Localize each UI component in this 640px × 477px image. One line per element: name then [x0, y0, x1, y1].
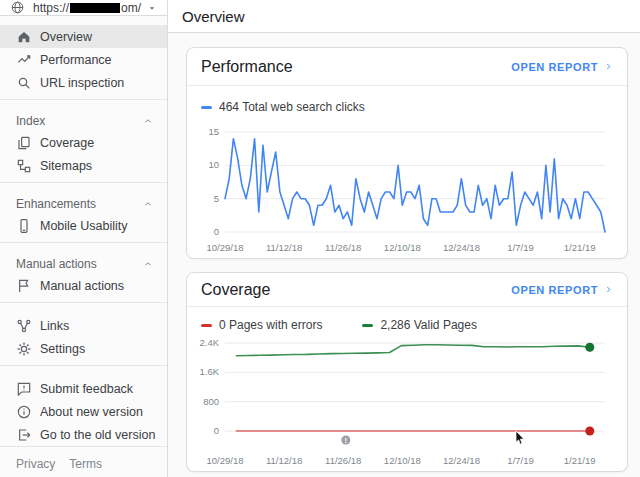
caret-down-icon: [147, 3, 157, 13]
performance-card-header: Performance OPEN REPORT: [187, 48, 627, 86]
info-icon: [16, 404, 32, 420]
legend-dash-blue: [201, 106, 212, 109]
main-header: Overview: [168, 0, 640, 33]
gear-icon: [16, 341, 32, 357]
svg-text:11/12/18: 11/12/18: [266, 455, 302, 466]
svg-text:1/7/19: 1/7/19: [507, 242, 533, 253]
chevron-up-icon: [143, 259, 153, 269]
privacy-link[interactable]: Privacy: [16, 457, 55, 471]
svg-text:5: 5: [214, 193, 219, 204]
card-title: Coverage: [201, 281, 270, 299]
legend-dash-red: [201, 324, 212, 327]
svg-text:12/24/18: 12/24/18: [443, 242, 480, 253]
performance-card: Performance OPEN REPORT 464 Total web se…: [186, 47, 628, 259]
sidebar: https://om/ Overview Performance URL ins…: [0, 0, 168, 477]
sitemap-icon: [16, 158, 32, 174]
svg-text:12/10/18: 12/10/18: [384, 242, 421, 253]
divider: [0, 302, 167, 303]
exit-icon: [16, 427, 32, 443]
card-title: Performance: [201, 58, 293, 76]
svg-text:800: 800: [203, 396, 219, 407]
mobile-icon: [16, 218, 32, 234]
svg-text:1/7/19: 1/7/19: [507, 455, 533, 466]
svg-text:0: 0: [214, 226, 219, 237]
sidebar-item-about-new-version[interactable]: About new version: [0, 400, 167, 423]
coverage-card: Coverage OPEN REPORT 0 Pages with errors…: [186, 272, 628, 472]
performance-chart[interactable]: 05101510/29/1811/12/1811/26/1812/10/1812…: [199, 118, 613, 256]
svg-text:2.4K: 2.4K: [199, 337, 219, 348]
sidebar-item-mobile-usability[interactable]: Mobile Usability: [0, 214, 167, 237]
main-area: Overview Performance OPEN REPORT 464 Tot…: [168, 0, 640, 477]
sidebar-item-go-to-old-version[interactable]: Go to the old version: [0, 423, 167, 446]
section-header-manual-actions[interactable]: Manual actions: [0, 254, 167, 274]
chevron-up-icon: [143, 116, 153, 126]
svg-text:1/21/19: 1/21/19: [564, 455, 596, 466]
divider: [0, 99, 167, 100]
section-header-enhancements[interactable]: Enhancements: [0, 194, 167, 214]
property-selector[interactable]: https://om/: [0, 0, 167, 16]
svg-text:12/24/18: 12/24/18: [443, 455, 480, 466]
terms-link[interactable]: Terms: [69, 457, 102, 471]
svg-text:10/29/18: 10/29/18: [207, 242, 244, 253]
sidebar-item-url-inspection[interactable]: URL inspection: [0, 71, 167, 94]
svg-text:1/21/19: 1/21/19: [564, 242, 596, 253]
home-icon: [16, 29, 32, 45]
section-header-index[interactable]: Index: [0, 111, 167, 131]
chevron-right-icon: [604, 285, 613, 294]
svg-text:15: 15: [208, 126, 219, 137]
open-report-link[interactable]: OPEN REPORT: [511, 284, 613, 296]
coverage-chart[interactable]: 08001.6K2.4K10/29/1811/12/1811/26/1812/1…: [199, 335, 613, 469]
divider: [0, 242, 167, 243]
open-report-link[interactable]: OPEN REPORT: [511, 61, 613, 73]
property-url: https://om/: [33, 1, 141, 15]
svg-text:11/12/18: 11/12/18: [266, 242, 302, 253]
sidebar-item-links[interactable]: Links: [0, 314, 167, 337]
sidebar-footer: Privacy Terms: [0, 446, 167, 477]
feedback-icon: [16, 381, 32, 397]
legend-item: 464 Total web search clicks: [201, 100, 365, 114]
performance-icon: [16, 52, 32, 68]
svg-text:10: 10: [208, 159, 219, 170]
divider: [0, 182, 167, 183]
pages-icon: [16, 135, 32, 151]
chevron-right-icon: [604, 62, 613, 71]
chevron-up-icon: [143, 199, 153, 209]
svg-text:11/26/18: 11/26/18: [325, 455, 361, 466]
redacted-url: [70, 3, 120, 13]
divider: [0, 365, 167, 366]
links-icon: [16, 318, 32, 334]
svg-text:!: !: [345, 436, 348, 445]
flag-icon: [16, 278, 32, 294]
sidebar-nav: Overview Performance URL inspection Inde…: [0, 16, 167, 446]
page-title: Overview: [182, 8, 245, 25]
content: Performance OPEN REPORT 464 Total web se…: [168, 33, 640, 477]
svg-text:10/29/18: 10/29/18: [207, 455, 244, 466]
legend-dash-green: [362, 324, 373, 327]
sidebar-item-sitemaps[interactable]: Sitemaps: [0, 154, 167, 177]
svg-text:11/26/18: 11/26/18: [325, 242, 361, 253]
sidebar-item-manual-actions[interactable]: Manual actions: [0, 274, 167, 297]
globe-icon: [10, 0, 25, 15]
legend-item: 0 Pages with errors: [201, 318, 322, 332]
search-console-app: https://om/ Overview Performance URL ins…: [0, 0, 640, 477]
sidebar-item-overview[interactable]: Overview: [0, 25, 167, 48]
sidebar-item-coverage[interactable]: Coverage: [0, 131, 167, 154]
sidebar-item-performance[interactable]: Performance: [0, 48, 167, 71]
svg-text:12/10/18: 12/10/18: [384, 455, 421, 466]
coverage-legend: 0 Pages with errors 2,286 Valid Pages: [187, 307, 627, 333]
sidebar-item-settings[interactable]: Settings: [0, 337, 167, 360]
search-icon: [16, 75, 32, 91]
sidebar-item-submit-feedback[interactable]: Submit feedback: [0, 377, 167, 400]
svg-text:0: 0: [214, 425, 219, 436]
svg-text:1.6K: 1.6K: [199, 366, 219, 377]
coverage-card-header: Coverage OPEN REPORT: [187, 273, 627, 307]
legend-item: 2,286 Valid Pages: [362, 318, 477, 332]
performance-legend: 464 Total web search clicks: [187, 86, 627, 116]
